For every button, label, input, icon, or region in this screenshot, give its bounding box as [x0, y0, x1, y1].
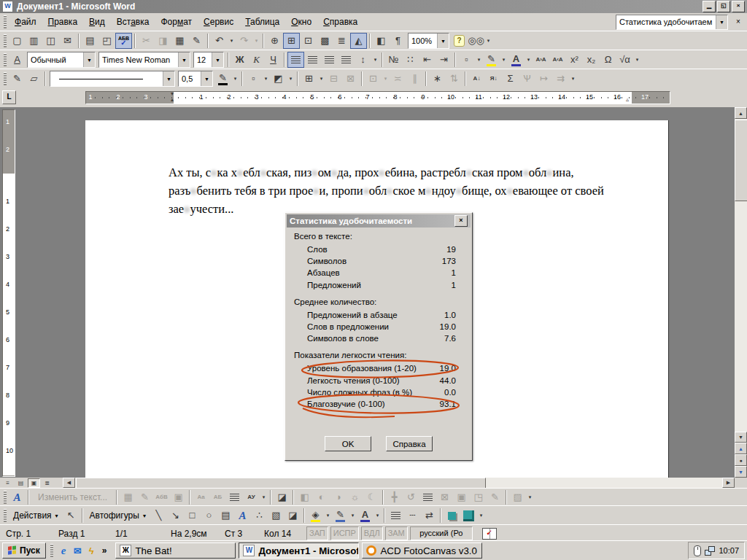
menu-tools[interactable]: Сервис: [198, 15, 239, 29]
chevron-down-icon[interactable]: ▼: [716, 15, 727, 29]
lightning-app-icon[interactable]: ϟ: [85, 544, 98, 557]
more-brightness-icon[interactable]: ☼: [347, 489, 363, 505]
restore-icon[interactable]: ◱: [717, 1, 730, 12]
align-left-icon[interactable]: [287, 52, 304, 68]
style-combo[interactable]: Обычный▼: [27, 52, 96, 68]
arrow-style-icon[interactable]: ⇄: [421, 508, 438, 524]
draw-table-icon[interactable]: ✎: [9, 71, 26, 87]
normal-view-icon[interactable]: ≡: [1, 478, 14, 488]
zoom-combo-arrow-icon[interactable]: ▼: [437, 34, 449, 48]
text-box-icon[interactable]: ▤: [217, 508, 234, 524]
line-color-icon[interactable]: ✎: [332, 508, 349, 524]
text-wrapping-icon[interactable]: ▣: [170, 489, 187, 505]
taskbar-clock[interactable]: 10:07: [719, 546, 739, 555]
borders-icon[interactable]: ▫: [458, 52, 475, 68]
style-combo-arrow-icon[interactable]: ▼: [83, 52, 95, 67]
document-map-icon[interactable]: ◧: [373, 33, 390, 49]
save-icon[interactable]: ◫: [42, 33, 59, 49]
insert-table-icon[interactable]: ⊡: [300, 33, 317, 49]
document-text[interactable]: Ах ты, сока хоеблоская, пизоомода, прохо…: [169, 163, 635, 218]
toolbar-grip[interactable]: [4, 491, 7, 504]
spacing-increase-icon[interactable]: А›А: [533, 52, 549, 68]
quick-launch-overflow-chevron[interactable]: »: [100, 545, 109, 556]
close-document-icon[interactable]: ×: [732, 16, 744, 28]
picture-more-dropdown[interactable]: ▾: [526, 489, 534, 505]
crop-icon[interactable]: ╋: [386, 489, 403, 505]
format-wordart-icon[interactable]: ✎: [136, 489, 153, 505]
close-icon[interactable]: ×: [732, 1, 745, 12]
drawing-font-color-dropdown[interactable]: ▾: [374, 508, 382, 524]
wordart-gallery-icon[interactable]: ▦: [120, 489, 136, 505]
insert-table-menu-icon[interactable]: ⊞: [301, 71, 317, 87]
picture-line-style-icon[interactable]: [419, 489, 436, 505]
wordart-more-dropdown[interactable]: ▾: [260, 489, 268, 505]
italic-icon[interactable]: K: [248, 52, 265, 68]
insert-clipart-icon[interactable]: ▧: [268, 508, 285, 524]
sort-ascending-icon[interactable]: А↓: [468, 71, 485, 87]
print-layout-view-icon[interactable]: ▣: [28, 478, 40, 488]
reset-picture-icon[interactable]: ▨: [509, 489, 526, 505]
toolbar-grip[interactable]: [4, 72, 7, 85]
line-style-combo-arrow-icon[interactable]: ▼: [163, 71, 174, 86]
print-icon[interactable]: ▤: [82, 33, 98, 49]
line-icon[interactable]: ╲: [150, 508, 167, 524]
select-browse-object-icon[interactable]: ●: [735, 454, 747, 466]
rotate-left-icon[interactable]: ↺: [403, 489, 419, 505]
scrollbar-thumb[interactable]: [735, 120, 747, 201]
decrease-indent-icon[interactable]: ⇤: [419, 52, 436, 68]
redo-icon[interactable]: ↷: [236, 33, 252, 49]
align-right-icon[interactable]: [321, 52, 338, 68]
font-size-combo-arrow-icon[interactable]: ▼: [212, 52, 223, 67]
vertical-ruler[interactable]: 2112345678910: [2, 109, 15, 477]
styles-icon[interactable]: А: [9, 52, 26, 68]
fill-color-dropdown[interactable]: ▾: [324, 508, 332, 524]
distribute-rows-icon[interactable]: ≍: [390, 71, 406, 87]
line-style-combo[interactable]: ▼: [50, 71, 175, 87]
format-picture-icon[interactable]: ◳: [470, 489, 487, 505]
insert-wordart-icon[interactable]: А: [9, 489, 26, 505]
mouse-settings-icon[interactable]: [694, 545, 701, 556]
spelling-status-icon[interactable]: ✓: [482, 528, 497, 540]
fill-color-icon[interactable]: ◈: [307, 508, 324, 524]
bulleted-list-icon[interactable]: ∷: [402, 52, 419, 68]
autosum-icon[interactable]: Σ: [502, 71, 519, 87]
insert-columns-icon[interactable]: ⇉: [552, 71, 569, 87]
menu-file[interactable]: Файл: [9, 15, 42, 29]
horizontal-scrollbar[interactable]: ≡▤▣≣ ◀ ▶: [0, 478, 735, 488]
superscript-icon[interactable]: x²: [566, 52, 583, 68]
menu-view[interactable]: Вид: [83, 15, 111, 29]
taskbar-task-word[interactable]: WДокумент1 - Microsoft ...: [239, 542, 359, 559]
word-app-icon[interactable]: W: [2, 1, 13, 12]
wordart-shape-icon[interactable]: АбВ: [153, 489, 170, 505]
align-center-icon[interactable]: [304, 52, 321, 68]
vertical-scrollbar[interactable]: ▲ ▼ ▲ ● ▼: [735, 107, 747, 478]
scrollbar-thumb[interactable]: [76, 478, 486, 489]
rectangle-icon[interactable]: □: [184, 508, 201, 524]
distribute-columns-icon[interactable]: ∥: [406, 71, 423, 87]
find-icon[interactable]: ◎◎: [468, 33, 484, 49]
drawing-wordart-icon[interactable]: А: [234, 508, 251, 524]
print-preview-icon[interactable]: ◰: [98, 33, 115, 49]
undo-dropdown[interactable]: ▾: [228, 33, 236, 49]
text-direction-icon[interactable]: ⇅: [446, 71, 462, 87]
merge-cells-icon[interactable]: ⊟: [325, 71, 342, 87]
picture-text-wrapping-icon[interactable]: ▣: [453, 489, 470, 505]
line-spacing-dropdown[interactable]: ▾: [371, 52, 379, 68]
status-language[interactable]: русский (Ро: [410, 526, 473, 540]
insert-rows-icon[interactable]: ↦: [535, 71, 552, 87]
line-style-icon[interactable]: [387, 508, 404, 524]
cut-icon[interactable]: ✂: [138, 33, 155, 49]
scroll-left-icon[interactable]: ◀: [63, 478, 75, 488]
border-color-dropdown[interactable]: ▾: [231, 71, 239, 87]
font-color-dropdown[interactable]: ▾: [525, 52, 533, 68]
wordart-vertical-text-icon[interactable]: АБ: [209, 489, 226, 505]
justify-icon[interactable]: [338, 52, 355, 68]
shading-color-dropdown[interactable]: ▾: [287, 71, 295, 87]
line-color-dropdown[interactable]: ▾: [349, 508, 357, 524]
outline-view-icon[interactable]: ≣: [41, 478, 53, 488]
scroll-up-icon[interactable]: ▲: [735, 107, 747, 119]
next-page-icon[interactable]: ▼: [735, 466, 747, 478]
zoom-combo[interactable]: 100%▼: [408, 33, 449, 49]
ask-question-box[interactable]: Статистика удобочитаем ▼: [616, 15, 728, 30]
toolbar-grip[interactable]: [4, 15, 7, 28]
